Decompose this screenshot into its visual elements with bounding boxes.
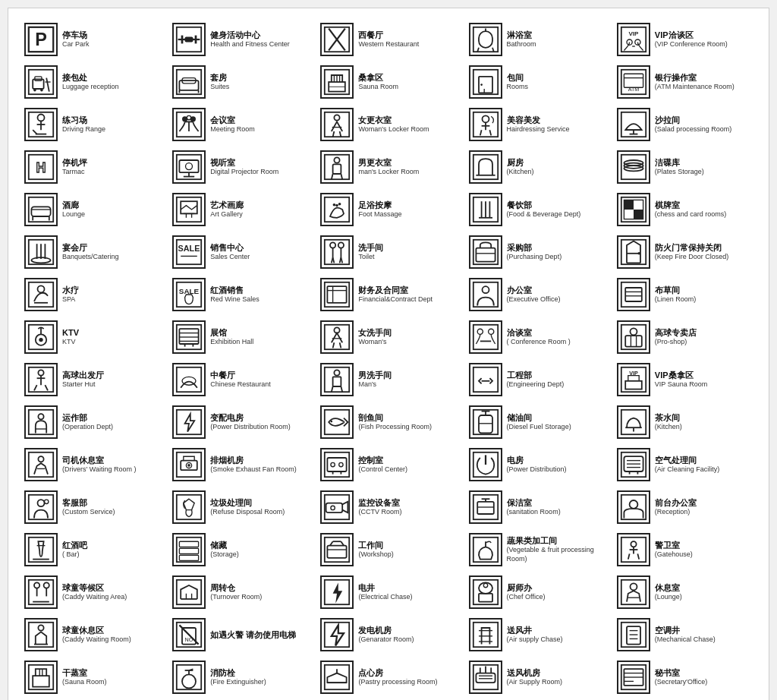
item-label-zh: 垃圾处理间 xyxy=(210,497,285,508)
item-text: 办公室 (Executive Office) xyxy=(507,285,561,304)
list-item: 中餐厅 Chinese Restaurant xyxy=(168,360,313,399)
svg-point-219 xyxy=(331,462,335,466)
item-text: 洗手间 Toilet xyxy=(358,242,383,262)
item-text: 干蒸室 (Sauna Room) xyxy=(62,667,107,687)
item-text: VIP桑拿区 VIP Sauna Room xyxy=(655,370,707,389)
item-label-en: (Control Center) xyxy=(358,465,407,475)
item-label-zh: 足浴按摩 xyxy=(358,200,401,210)
list-item: 采购部 (Purchasing Dept) xyxy=(464,232,609,272)
item-label-zh: 洁碟库 xyxy=(655,157,704,168)
item-label-zh: 送风机房 xyxy=(507,667,563,678)
item-label-en: (Vegetable & fruit processing Room) xyxy=(507,546,605,563)
air_clean-icon xyxy=(617,448,650,481)
svg-point-148 xyxy=(482,286,489,293)
item-label-zh: 男更衣室 xyxy=(358,157,419,168)
item-text: 接包处 Luggage reception xyxy=(62,72,119,92)
item-label-zh: 空气处理间 xyxy=(655,455,720,465)
svg-rect-175 xyxy=(625,336,642,346)
icon-grid: P 停车场 Car Park 健身活动中心 Health and Fitness… xyxy=(20,20,757,700)
item-label-zh: 监控设备室 xyxy=(358,497,401,508)
list-item: 桑拿区 Sauna Room xyxy=(316,62,461,102)
svg-rect-309 xyxy=(476,673,495,683)
caddy_room-icon xyxy=(24,618,58,651)
list-item: NO 如遇火警 请勿使用电梯 xyxy=(168,615,313,654)
list-item: 前台办公室 (Reception) xyxy=(612,487,757,527)
item-label-zh: VIP桑拿区 xyxy=(655,370,707,380)
item-text: 红酒销售 Red Wine Sales xyxy=(210,285,260,304)
svg-rect-186 xyxy=(325,367,349,392)
item-label-zh: 接包处 xyxy=(62,72,119,83)
kitchen2-icon xyxy=(617,405,650,439)
item-label-zh: 练习场 xyxy=(62,115,105,125)
svg-point-123 xyxy=(330,242,335,248)
item-text: 发电机房 (Genarator Room) xyxy=(358,625,414,645)
parking-icon: P xyxy=(24,23,58,56)
svg-line-189 xyxy=(332,386,333,392)
item-label-en: (Pastry processing Room) xyxy=(358,678,437,687)
item-label-zh: 套房 xyxy=(210,72,229,83)
svg-rect-8 xyxy=(185,36,193,42)
list-item: 点心房 (Pastry processing Room) xyxy=(316,657,461,697)
item-label-en: (Storage) xyxy=(210,550,239,560)
item-label-zh: 防火门常保持关闭 xyxy=(655,242,729,253)
electrical-icon xyxy=(320,575,354,609)
item-label-en: Luggage reception xyxy=(62,83,119,92)
svg-line-182 xyxy=(34,385,37,390)
item-label-en: Toilet xyxy=(358,253,383,262)
item-text: 棋牌室 (chess and card rooms) xyxy=(655,200,727,219)
item-text: 如遇火警 请勿使用电梯 xyxy=(210,629,296,640)
item-label-zh: 棋牌室 xyxy=(655,200,727,210)
fish-icon xyxy=(320,405,354,439)
kitchen-icon xyxy=(469,150,502,184)
svg-text:NO: NO xyxy=(185,636,193,643)
item-label-en: (chess and card rooms) xyxy=(655,210,727,219)
item-text: 变配电房 (Power Distribution Room) xyxy=(210,412,291,432)
svg-rect-258 xyxy=(473,538,497,562)
svg-point-284 xyxy=(38,625,43,630)
item-text: 红酒吧 ( Bar) xyxy=(62,540,87,560)
svg-line-128 xyxy=(333,257,335,263)
item-label-en: Exhibition Hall xyxy=(210,338,253,347)
item-label-en: Tarmac xyxy=(62,168,87,177)
svg-point-124 xyxy=(338,242,344,248)
svg-text:ATM: ATM xyxy=(628,86,639,93)
item-label-en: (Custom Service) xyxy=(62,508,115,517)
svg-line-130 xyxy=(341,257,343,263)
item-text: 银行操作室 (ATM Maintenance Room) xyxy=(655,72,735,92)
item-text: 艺术画廊 Art Gallery xyxy=(210,200,244,219)
item-label-zh: 健身活动中心 xyxy=(210,30,290,40)
list-item: 财务及合同室 Financial&Contract Dept xyxy=(316,275,461,314)
item-label-zh: 运作部 xyxy=(62,412,113,423)
item-label-en: (Kitchen) xyxy=(655,423,682,432)
vip_sauna-icon: VIP xyxy=(617,363,650,396)
luggage-icon xyxy=(24,65,58,99)
svg-rect-253 xyxy=(328,546,347,558)
item-label-zh: 茶水间 xyxy=(655,412,682,423)
list-item: 空调井 (Mechanical Chase) xyxy=(612,615,757,654)
item-text: 蔬果类加工间 (Vegetable & fruit processing Roo… xyxy=(507,535,605,564)
item-text: 停车场 Car Park xyxy=(62,30,90,49)
no_elevator-icon: NO xyxy=(172,618,206,651)
item-text: 送风井 (Air supply Chase) xyxy=(507,625,563,645)
list-item: 男更衣室 man's Locker Room xyxy=(316,147,461,187)
item-label-en: Red Wine Sales xyxy=(210,295,260,304)
power_dist-icon xyxy=(172,405,206,439)
item-label-en: (Kitchen) xyxy=(507,168,534,177)
item-text: 消防栓 (Fire Extinguisher) xyxy=(210,667,266,687)
control-icon xyxy=(320,448,354,481)
exhibition-icon xyxy=(172,320,206,354)
item-label-en: SPA xyxy=(62,295,79,304)
item-label-zh: 停机坪 xyxy=(62,157,87,168)
operation-icon xyxy=(24,405,58,439)
list-item: 电房 (Power Distribution) xyxy=(464,445,609,484)
item-label-zh: 高球出发厅 xyxy=(62,370,104,380)
item-text: 西餐厅 Western Restaurant xyxy=(358,30,419,49)
list-item: 包间 Rooms xyxy=(464,62,609,102)
toilet-icon xyxy=(320,235,354,269)
rooms-icon xyxy=(469,65,502,99)
svg-rect-60 xyxy=(325,112,349,137)
svg-line-83 xyxy=(332,174,333,179)
svg-rect-184 xyxy=(177,367,201,392)
item-label-zh: 布草间 xyxy=(655,285,697,295)
item-label-zh: 周转仓 xyxy=(210,582,262,593)
